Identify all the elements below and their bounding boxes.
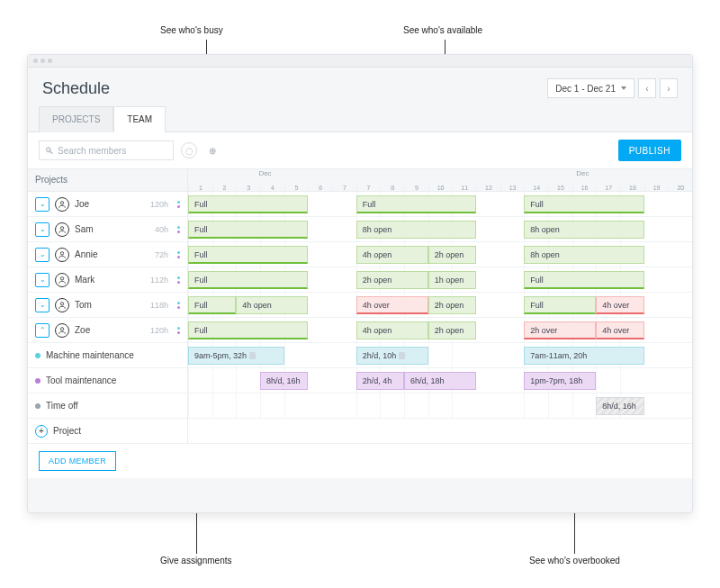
next-range-button[interactable]: › xyxy=(660,78,678,98)
chevron-right-icon: › xyxy=(667,84,670,94)
schedule-bar[interactable]: 2h over xyxy=(524,321,596,339)
member-hours: 118h xyxy=(150,301,168,310)
schedule-bar[interactable]: Full xyxy=(524,296,596,314)
callout-available: See who's available xyxy=(403,25,482,35)
schedule-bar[interactable]: 6h/d, 18h xyxy=(404,372,476,390)
publish-button[interactable]: PUBLISH xyxy=(618,140,681,161)
drag-handle[interactable] xyxy=(177,226,180,233)
drag-handle[interactable] xyxy=(177,302,180,309)
member-hours: 120h xyxy=(150,200,168,209)
filter-icon: ◌ xyxy=(185,146,194,156)
schedule-bar[interactable]: 1h open xyxy=(428,271,476,289)
avatar-icon xyxy=(55,248,69,262)
search-input[interactable] xyxy=(58,146,167,156)
svg-point-4 xyxy=(60,302,63,304)
member-row: ⌄ Annie 72h Full 4h open2h open 8h open xyxy=(28,242,692,267)
schedule-bar[interactable]: Full xyxy=(188,246,308,264)
page-title: Schedule xyxy=(42,79,110,98)
schedule-bar[interactable]: 2h open xyxy=(356,271,428,289)
schedule-bar[interactable]: 2h open xyxy=(428,296,476,314)
schedule-bar[interactable]: 2h open xyxy=(428,246,476,264)
expand-toggle[interactable]: ⌄ xyxy=(35,222,50,237)
drag-handle[interactable] xyxy=(177,251,180,258)
member-row: ⌄ Joe 120h Full Full Full xyxy=(28,192,692,217)
expand-toggle[interactable]: ⌄ xyxy=(35,197,50,212)
svg-point-1 xyxy=(60,226,63,229)
plus-icon: ⊕ xyxy=(209,146,216,156)
callout-busy: See who's busy xyxy=(160,25,223,35)
schedule-bar[interactable]: Full xyxy=(188,271,308,289)
avatar-icon xyxy=(55,222,69,237)
project-name: Tool maintenance xyxy=(46,375,116,385)
expand-toggle[interactable]: ⌄ xyxy=(35,248,50,262)
filter-button[interactable]: ◌ xyxy=(181,142,197,158)
schedule-bar[interactable]: Full xyxy=(356,195,476,213)
member-name: Tom xyxy=(75,300,92,310)
window-titlebar xyxy=(28,55,692,68)
schedule-bar[interactable]: 8h open xyxy=(524,246,644,264)
date-range-picker[interactable]: Dec 1 - Dec 21 xyxy=(547,78,634,98)
member-hours: 112h xyxy=(150,276,168,285)
add-member-button[interactable]: ADD MEMBER xyxy=(39,451,116,471)
schedule-bar[interactable]: Full xyxy=(188,296,236,314)
schedule-bar[interactable]: Full xyxy=(188,221,308,239)
member-row: ⌄ Tom 118h Full4h open 4h over2h open Fu… xyxy=(28,293,692,318)
svg-point-3 xyxy=(60,276,63,279)
member-row: ⌃ Zoe 120h Full 4h open2h open 2h over4h… xyxy=(28,318,692,343)
svg-point-5 xyxy=(60,327,63,330)
member-hours: 40h xyxy=(155,225,168,234)
schedule-bar[interactable]: 2h/d, 4h xyxy=(356,372,404,390)
svg-point-2 xyxy=(60,251,63,254)
project-name: Time off xyxy=(46,401,78,411)
avatar-icon xyxy=(55,323,69,338)
search-input-wrap[interactable]: 🔍︎ xyxy=(39,140,174,160)
schedule-bar[interactable]: 4h over xyxy=(596,321,644,339)
callout-assign: Give assignments xyxy=(160,556,231,565)
member-name: Joe xyxy=(75,199,89,209)
add-project-row[interactable]: + Project xyxy=(28,419,692,444)
tab-projects[interactable]: PROJECTS xyxy=(39,106,113,132)
schedule-bar[interactable]: 8h/d, 16h xyxy=(260,372,308,390)
expand-toggle[interactable]: ⌄ xyxy=(35,298,50,312)
schedule-bar[interactable]: Full xyxy=(188,321,308,339)
member-row: ⌄ Sam 40h Full 8h open 8h open xyxy=(28,217,692,242)
schedule-bar[interactable]: 4h over xyxy=(356,296,428,314)
schedule-bar[interactable]: 4h over xyxy=(596,296,644,314)
schedule-bar[interactable]: 7am-11am, 20h xyxy=(524,347,644,365)
callout-overbooked: See who's overbooked xyxy=(529,556,620,565)
member-name: Mark xyxy=(75,275,94,285)
avatar-icon xyxy=(55,298,69,312)
schedule-bar[interactable]: Full xyxy=(524,271,644,289)
schedule-bar[interactable]: 1pm-7pm, 18h xyxy=(524,372,596,390)
project-color-dot xyxy=(35,403,40,409)
schedule-bar[interactable]: 9am-5pm, 32h xyxy=(188,347,284,365)
schedule-bar[interactable]: 2h/d, 10h xyxy=(356,347,428,365)
drag-handle[interactable] xyxy=(177,201,180,208)
schedule-bar[interactable]: 4h open xyxy=(356,246,428,264)
schedule-bar[interactable]: 2h open xyxy=(428,321,476,339)
prev-range-button[interactable]: ‹ xyxy=(638,78,656,98)
search-icon: 🔍︎ xyxy=(45,146,54,156)
schedule-bar[interactable]: 8h open xyxy=(356,221,476,239)
drag-handle[interactable] xyxy=(177,276,180,284)
chevron-left-icon: ‹ xyxy=(645,84,648,94)
drag-handle[interactable] xyxy=(177,327,180,334)
project-color-dot xyxy=(35,353,40,358)
timeline-header: Dec Dec 12345677891011121314151617181920 xyxy=(188,169,692,191)
schedule-bar[interactable]: Full xyxy=(524,195,644,213)
schedule-bar[interactable]: 4h open xyxy=(236,296,308,314)
plus-circle-icon: + xyxy=(35,425,48,438)
schedule-bar[interactable]: 4h open xyxy=(356,321,428,339)
expand-toggle[interactable]: ⌄ xyxy=(35,273,50,287)
member-name: Zoe xyxy=(75,325,90,335)
note-icon xyxy=(399,352,405,359)
tab-team[interactable]: TEAM xyxy=(113,106,166,132)
schedule-bar[interactable]: Full xyxy=(188,195,308,213)
avatar-icon xyxy=(55,197,69,212)
grid-left-header: Projects xyxy=(28,169,188,191)
expand-toggle[interactable]: ⌃ xyxy=(35,323,50,338)
schedule-bar[interactable]: 8h open xyxy=(524,221,644,239)
schedule-bar[interactable]: 8h/d, 16h xyxy=(596,397,644,415)
svg-point-0 xyxy=(60,201,63,204)
add-button[interactable]: ⊕ xyxy=(204,142,220,158)
